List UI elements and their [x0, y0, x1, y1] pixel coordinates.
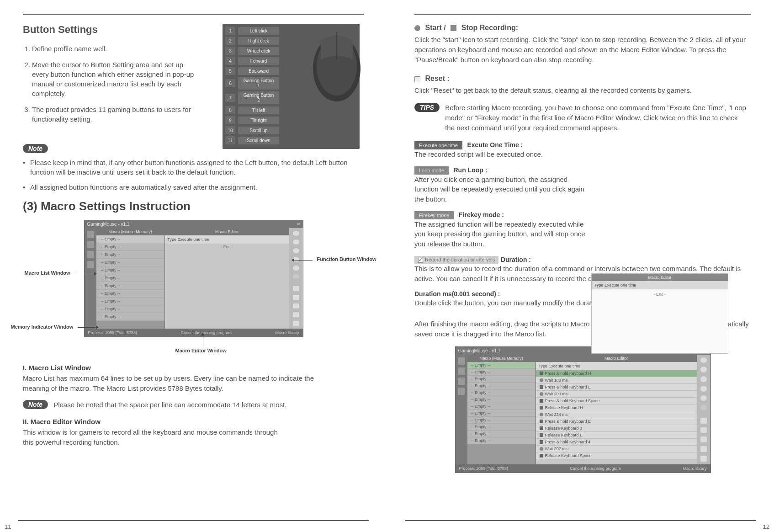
macro-settings-heading: (3) Macro Settings Instruction	[23, 199, 364, 213]
steps-list: Define profile name well. Move the curso…	[23, 44, 212, 124]
stop-icon	[451, 25, 456, 31]
duration-tag: Record the duration or intervals	[414, 256, 498, 264]
loop-mode-tag: Loop mode	[414, 166, 449, 175]
reset-icon	[414, 76, 420, 82]
note2-text: Please be noted that the space per line …	[53, 400, 286, 410]
mouse-illustration	[307, 27, 366, 103]
page-number-right: 12	[763, 523, 769, 530]
macro-editor-mini: Macro Editor Type Execute one time - End…	[591, 273, 728, 354]
macro-figure: GamingMouse - v1.1✕ Macro (Mouse Memory)…	[84, 220, 303, 337]
note-bullets: Please keep in mind that, if any other b…	[23, 158, 364, 192]
button-settings-heading: Button Settings	[23, 24, 212, 36]
note-badge: Note	[23, 144, 48, 153]
callout-memory: Memory Indicator Window	[11, 324, 74, 330]
sec2-heading: II. Macro Editor Window	[23, 418, 364, 426]
sec1-body: Macro List has maximum 64 lines to be se…	[23, 373, 334, 394]
sec2-body: This window is for gamers to record all …	[23, 427, 279, 447]
start-icon	[414, 25, 420, 31]
sec1-heading: I. Macro List Window	[23, 364, 364, 372]
callout-editor: Macro Editor Window	[175, 348, 227, 353]
tips-badge: TIPS	[414, 103, 440, 112]
note-badge-2: Note	[23, 400, 48, 409]
page-number-left: 11	[5, 523, 11, 530]
firekey-mode-tag: Firekey mode	[414, 211, 454, 219]
callout-macro-list: Macro List Window	[25, 270, 70, 276]
macro-figure-filled: GamingMouse - v1.1✕ Macro (Mouse Memory)…	[455, 346, 711, 473]
right-page: Start / Stop Recording: Click the "start…	[387, 0, 774, 532]
execute-once-tag: Execute one time	[414, 141, 462, 149]
left-page: Button Settings Define profile name well…	[0, 0, 387, 532]
callout-fn: Function Button Window	[317, 256, 376, 262]
